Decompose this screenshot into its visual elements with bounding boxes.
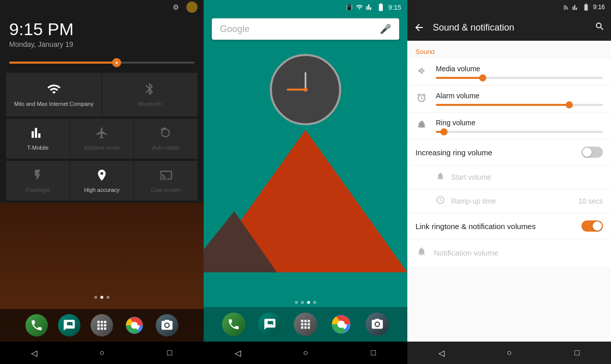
back-button-settings[interactable]: ◁ [430, 342, 453, 364]
increasing-ring-toggle[interactable] [581, 147, 603, 158]
alarm-volume-row: Alarm volume [407, 86, 611, 113]
quick-settings-row2: T-Mobile Airplane mode Auto-rotate [0, 119, 204, 158]
cast-icon [159, 168, 173, 182]
wifi-label: Milo and Max Internet Company [14, 100, 94, 107]
qs-tile-flashlight[interactable]: Flashlight [6, 161, 70, 201]
qs-tile-location[interactable]: High accuracy [70, 161, 134, 201]
back-button-1[interactable]: ◁ [23, 342, 45, 364]
mic-icon[interactable]: 🎤 [380, 23, 391, 35]
dot-3 [106, 296, 109, 299]
clock-icon [436, 195, 445, 207]
dock2-chrome[interactable] [329, 313, 353, 336]
nav-bar-2: ◁ ○ □ [204, 342, 407, 364]
increasing-ring-label: Increasing ring volume [415, 148, 581, 157]
dot-2 [100, 296, 103, 299]
qs-tile-airplane[interactable]: Airplane mode [70, 119, 134, 158]
ring-volume-slider[interactable] [436, 131, 603, 133]
quick-settings-row1: Milo and Max Internet Company Bluetooth [0, 73, 204, 117]
qs-tile-wifi[interactable]: Milo and Max Internet Company [6, 73, 102, 117]
wallpaper-peek [0, 203, 204, 342]
alarm-volume-label: Alarm volume [436, 92, 603, 100]
media-volume-icon [415, 66, 428, 78]
brightness-thumb[interactable]: ✶ [112, 58, 121, 67]
home-button-settings[interactable]: ○ [498, 342, 520, 364]
dock-camera[interactable] [156, 314, 178, 337]
nav-bar-1: ◁ ○ □ [0, 342, 204, 364]
ring-volume-info[interactable]: Ring volume [436, 119, 603, 133]
search-bar[interactable]: Google 🎤 [212, 18, 399, 40]
recents-button-2[interactable]: □ [362, 342, 384, 364]
toggle-knob [582, 148, 592, 157]
bluetooth-icon [143, 82, 157, 96]
alarm-volume-thumb[interactable] [566, 101, 573, 108]
alarm-volume-icon [415, 93, 428, 105]
back-button-3[interactable] [413, 22, 425, 33]
qs-tile-autorotate[interactable]: Auto-rotate [134, 119, 198, 158]
dock-hangouts[interactable] [58, 314, 80, 337]
home-button-2[interactable]: ○ [294, 342, 317, 364]
status-time-2: 9:15 [388, 4, 401, 11]
bluetooth-label: Bluetooth [138, 100, 161, 107]
settings-status-bar: 9:16 [407, 0, 611, 14]
ramp-up-label: Ramp-up time [451, 197, 572, 205]
search-settings-button[interactable] [595, 21, 605, 34]
ring-volume-thumb[interactable] [440, 128, 448, 135]
page-dot-3 [307, 301, 310, 304]
dock-bar [0, 309, 204, 342]
dock-chrome[interactable] [123, 314, 146, 337]
sound-label: Sound [415, 48, 435, 55]
autorotate-label: Auto-rotate [152, 144, 179, 151]
status-right: 📳 9:15 [346, 3, 401, 12]
nav-bar-3: ◁ ○ □ [407, 342, 611, 364]
dock2-hangouts[interactable] [258, 313, 282, 336]
brightness-control[interactable]: ✶ [0, 58, 204, 73]
svg-point-11 [338, 321, 345, 328]
settings-content: Sound Media volume Alarm volume [407, 41, 611, 342]
quick-settings-row3: Flashlight High accuracy Cast screen [0, 161, 204, 201]
notification-shade: ⚙ 9:15 PM Monday, January 19 ✶ Milo and … [0, 0, 204, 364]
recents-button-1[interactable]: □ [158, 342, 181, 364]
ring-volume-label: Ring volume [436, 119, 603, 127]
notification-volume-label: Notification volume [434, 248, 498, 257]
ramp-up-row: Ramp-up time 10 secs [407, 189, 611, 213]
link-volumes-toggle[interactable] [581, 220, 603, 232]
avatar[interactable] [186, 2, 198, 13]
home-button-1[interactable]: ○ [91, 342, 113, 364]
dock2-launcher[interactable] [294, 313, 317, 336]
brightness-fill [9, 62, 117, 64]
media-volume-thumb[interactable] [479, 74, 486, 81]
qs-tile-cast[interactable]: Cast screen [134, 161, 198, 201]
dock2-camera[interactable] [366, 313, 389, 336]
sound-settings: 9:16 Sound & notification Sound Media vo… [407, 0, 611, 364]
ring-volume-row: Ring volume [407, 113, 611, 139]
qs-tile-bluetooth[interactable]: Bluetooth [102, 73, 198, 117]
airplane-icon [95, 126, 109, 140]
time-section: 9:15 PM Monday, January 19 [0, 14, 204, 58]
increasing-ring-row: Increasing ring volume [407, 139, 611, 165]
media-volume-info[interactable]: Media volume [436, 65, 603, 79]
media-volume-slider[interactable] [436, 77, 603, 79]
qs-tile-tmobile[interactable]: T-Mobile [6, 119, 70, 158]
back-button-2[interactable]: ◁ [227, 342, 249, 364]
status-bar-1: ⚙ [0, 0, 204, 14]
page-dot-1 [295, 301, 298, 304]
link-volumes-row: Link ringtone & notification volumes [407, 213, 611, 239]
link-volumes-label: Link ringtone & notification volumes [415, 222, 575, 231]
alarm-volume-info[interactable]: Alarm volume [436, 92, 603, 106]
brightness-slider[interactable]: ✶ [9, 62, 195, 64]
sound-section-header: Sound [407, 41, 611, 59]
dock-phone[interactable] [25, 314, 48, 337]
settings-icon[interactable]: ⚙ [173, 3, 179, 11]
svg-point-5 [303, 88, 308, 92]
mountain-decoration [204, 109, 407, 272]
notification-icon [415, 246, 428, 259]
dock2-phone[interactable] [222, 313, 245, 336]
home-content [204, 44, 407, 307]
status-bar-2: 📳 9:15 [204, 0, 407, 14]
airplane-label: Airplane mode [84, 144, 120, 151]
media-volume-label: Media volume [436, 65, 603, 73]
alarm-volume-slider[interactable] [436, 104, 603, 106]
recents-button-settings[interactable]: □ [566, 342, 588, 364]
ramp-up-value: 10 secs [578, 197, 603, 205]
dock-launcher[interactable] [91, 314, 113, 337]
